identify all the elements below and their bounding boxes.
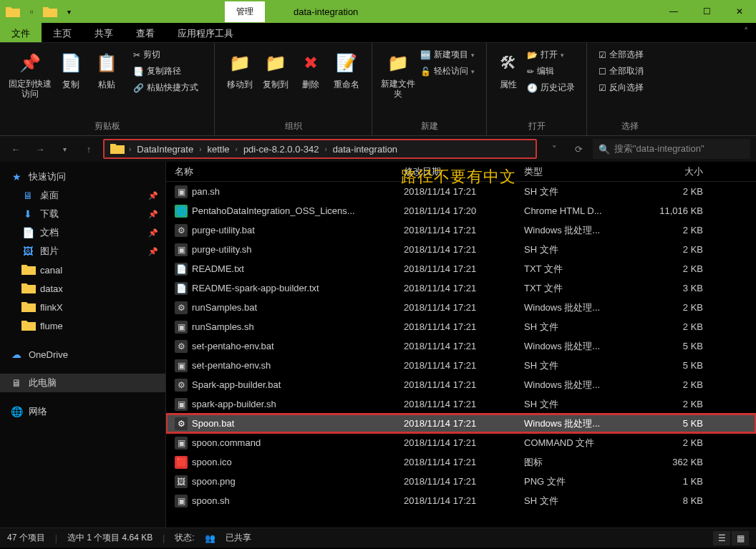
qat-undo-icon[interactable] [43,4,57,19]
chevron-right-icon[interactable]: › [129,145,131,153]
table-row[interactable]: 📄README-spark-app-builder.txt2018/11/14 … [166,278,756,298]
select-none-button[interactable]: ☐全部取消 [594,64,648,79]
paste-button[interactable]: 📋 粘贴 [89,47,125,91]
file-icon: ⚙ [175,301,188,314]
table-row[interactable]: 🌐PentahoDataIntegration_OSS_Licens...201… [166,201,756,220]
table-row[interactable]: ⚙purge-utility.bat2018/11/14 17:21Window… [166,220,756,240]
table-row[interactable]: 🖼spoon.png2018/11/14 17:21PNG 文件1 KB [166,472,756,491]
easy-access-button[interactable]: 🔓轻松访问▾ [416,64,479,79]
folder-icon [21,319,34,333]
breadcrumb-item[interactable]: kettle [203,142,233,156]
file-name: PentahoDataIntegration_OSS_Licens... [192,205,355,216]
table-row[interactable]: ⚙set-pentaho-env.bat2018/11/14 17:21Wind… [166,336,756,356]
pin-quick-access-button[interactable]: 📌 固定到快速访问 [7,47,53,99]
file-list-pane: 路径不要有中文 名称 修改日期 类型 大小 ▣pan.sh2018/11/14 … [166,162,756,528]
table-row[interactable]: 🟥spoon.ico2018/11/14 17:21图标362 KB [166,452,756,472]
breadcrumb[interactable]: › DataIntegrate › kettle › pdi-ce-8.2.0.… [103,139,537,159]
refresh-button[interactable]: ⟳ [568,139,588,159]
sidebar-network[interactable]: 🌐网络 [0,402,165,421]
copy-path-button[interactable]: 📑复制路径 [129,64,203,79]
pin-icon: 📌 [148,247,158,256]
table-row[interactable]: ▣spoon.command2018/11/14 17:21COMMAND 文件… [166,433,756,452]
file-name: set-pentaho-env.bat [192,341,274,351]
sidebar-item-canal[interactable]: canal [0,261,165,279]
edit-button[interactable]: ✏编辑 [523,64,579,79]
cut-button[interactable]: ✂剪切 [129,47,203,62]
view-large-button[interactable]: ▦ [732,531,749,545]
column-size[interactable]: 大小 [639,165,717,178]
back-button[interactable]: ← [6,139,26,159]
sidebar-item-datax[interactable]: datax [0,279,165,298]
delete-button[interactable]: ✖ 删除 [294,47,329,91]
breadcrumb-dropdown[interactable]: ˅ [544,139,564,159]
properties-button[interactable]: 🛠 属性 [494,47,523,91]
rename-button[interactable]: 📝 重命名 [329,47,364,91]
table-row[interactable]: ▣runSamples.sh2018/11/14 17:21SH 文件2 KB [166,317,756,336]
move-to-button[interactable]: 📁 移动到 [222,47,258,91]
new-folder-button[interactable]: 📁 新建文件夹 [379,47,416,99]
invert-selection-button[interactable]: ☑反向选择 [594,80,648,95]
table-row[interactable]: ▣spoon.sh2018/11/14 17:21SH 文件8 KB [166,491,756,510]
up-button[interactable]: ↑ [79,139,99,159]
sidebar-documents[interactable]: 📄文档📌 [0,223,165,242]
file-name: spoon.ico [192,457,232,467]
minimize-button[interactable]: — [657,0,690,23]
recent-dropdown[interactable]: ▾ [54,139,74,159]
chevron-right-icon[interactable]: › [199,145,201,153]
column-name[interactable]: 名称 [175,165,404,178]
sidebar-quick-access[interactable]: ★快速访问 [0,167,165,186]
copy-to-button[interactable]: 📁 复制到 [258,47,294,91]
table-row[interactable]: ▣set-pentaho-env.sh2018/11/14 17:21SH 文件… [166,356,756,375]
search-input[interactable]: 🔍 搜索"data-integration" [593,139,750,159]
open-button[interactable]: 📂打开▾ [523,47,579,62]
tab-view[interactable]: 查看 [125,23,166,42]
sidebar-this-pc[interactable]: 🖥此电脑 [0,374,165,392]
status-item-count: 47 个项目 [7,532,45,544]
tab-file[interactable]: 文件 [0,23,42,42]
star-icon: ★ [10,171,23,183]
table-row[interactable]: ▣spark-app-builder.sh2018/11/14 17:21SH … [166,394,756,414]
tab-app-tools[interactable]: 应用程序工具 [166,23,245,42]
history-button[interactable]: 🕘历史记录 [523,80,579,95]
sidebar-onedrive[interactable]: ☁OneDrive [0,345,165,364]
forward-button[interactable]: → [30,139,50,159]
close-button[interactable]: ✕ [723,0,756,23]
view-details-button[interactable]: ☰ [713,531,730,545]
sidebar-downloads[interactable]: ⬇下载📌 [0,205,165,223]
select-all-button[interactable]: ☑全部选择 [594,47,648,62]
select-group-label: 选择 [594,119,666,134]
table-row[interactable]: ▣purge-utility.sh2018/11/14 17:21SH 文件2 … [166,240,756,259]
column-type[interactable]: 类型 [524,165,639,178]
qat-save-icon[interactable]: ▫ [24,4,39,19]
breadcrumb-item[interactable]: data-integration [329,142,402,156]
sidebar-item-flume[interactable]: flume [0,316,165,335]
sidebar-item-flinkx[interactable]: flinkX [0,298,165,316]
ribbon-toggle[interactable]: ˄ [737,23,756,42]
table-row[interactable]: ⚙runSamples.bat2018/11/14 17:21Windows 批… [166,298,756,317]
chevron-right-icon[interactable]: › [324,145,326,153]
file-date: 2018/11/14 17:21 [404,457,524,467]
paste-shortcut-button[interactable]: 🔗粘贴快捷方式 [129,80,203,95]
file-size: 2 KB [639,263,717,274]
file-name: Spark-app-builder.bat [192,379,281,390]
breadcrumb-item[interactable]: pdi-ce-8.2.0.0-342 [239,142,324,156]
qat-dropdown-icon[interactable]: ▾ [62,4,76,19]
table-row[interactable]: ⚙Spark-app-builder.bat2018/11/14 17:21Wi… [166,375,756,394]
file-icon: ▣ [175,398,188,411]
contextual-tab-manage[interactable]: 管理 [225,1,265,22]
file-type: Chrome HTML D... [524,205,639,216]
sidebar-desktop[interactable]: 🖥桌面📌 [0,186,165,205]
new-item-button[interactable]: 🆕新建项目▾ [416,47,479,62]
chevron-right-icon[interactable]: › [236,145,238,153]
search-icon: 🔍 [598,144,610,155]
tab-share[interactable]: 共享 [83,23,125,42]
breadcrumb-item[interactable]: DataIntegrate [132,142,198,156]
maximize-button[interactable]: ☐ [690,0,723,23]
open-group-label: 打开 [494,119,579,134]
pin-icon: 📌 [148,191,158,200]
table-row[interactable]: ⚙Spoon.bat2018/11/14 17:21Windows 批处理...… [166,414,756,433]
copy-button[interactable]: 📄 复制 [53,47,89,91]
table-row[interactable]: 📄README.txt2018/11/14 17:21TXT 文件2 KB [166,259,756,278]
sidebar-pictures[interactable]: 🖼图片📌 [0,242,165,261]
tab-home[interactable]: 主页 [42,23,83,42]
